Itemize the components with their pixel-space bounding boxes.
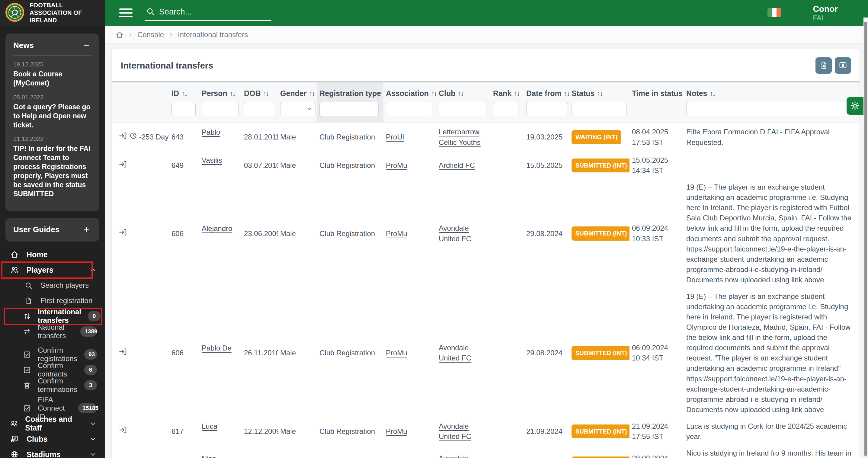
association-link[interactable]: ProMu bbox=[386, 161, 407, 170]
chevron-down-icon[interactable] bbox=[89, 451, 97, 458]
transfer-open-icon[interactable] bbox=[118, 425, 127, 437]
breadcrumb-console[interactable]: Console bbox=[137, 30, 164, 39]
sidebar-item-label: Confirm contracts bbox=[38, 361, 78, 378]
sidebar-item-fifa-connect-id[interactable]: FIFA Connect ID15185 bbox=[0, 401, 105, 416]
transfer-open-icon[interactable] bbox=[118, 347, 127, 359]
association-link[interactable]: ProUl bbox=[386, 133, 404, 141]
club-link[interactable]: Avondale United FC bbox=[439, 224, 471, 242]
cell-club: Avondale United FC bbox=[436, 179, 491, 288]
filter-input-id[interactable] bbox=[172, 102, 196, 116]
association-link[interactable]: ProMu bbox=[386, 427, 407, 435]
org-name: FOOTBALL ASSOCIATION OF IRELAND bbox=[30, 1, 93, 24]
sort-icon[interactable]: ↑↓ bbox=[564, 89, 569, 97]
cell-date-from: 18.09.2024 bbox=[524, 445, 569, 458]
sort-icon[interactable]: ↑↓ bbox=[181, 89, 187, 97]
users-icon bbox=[9, 266, 20, 274]
filter-input-datefrom[interactable] bbox=[526, 102, 568, 116]
filter-input-regtype[interactable] bbox=[319, 102, 379, 116]
sort-icon[interactable]: ↑↓ bbox=[230, 89, 235, 97]
clock-icon bbox=[129, 132, 137, 143]
transfer-open-icon[interactable] bbox=[118, 160, 127, 172]
person-link[interactable]: Pablo bbox=[202, 128, 220, 136]
person-link[interactable]: Nico bbox=[202, 454, 216, 458]
column-header-dob: DOB↑↓ bbox=[242, 82, 278, 99]
cell-dob: 03.07.2010 bbox=[242, 152, 278, 179]
sidebar-item-confirm-registrations[interactable]: Confirm registrations93 bbox=[0, 347, 105, 362]
club-link[interactable]: Ardfield FC bbox=[439, 161, 475, 170]
news-collapse-icon[interactable] bbox=[81, 40, 91, 51]
check-square-icon bbox=[23, 366, 31, 374]
news-title: News bbox=[13, 41, 34, 50]
export-excel-button[interactable] bbox=[815, 57, 832, 74]
chevron-down-icon[interactable] bbox=[89, 420, 97, 428]
cell-registration-type: Club Registration bbox=[317, 288, 383, 418]
association-link[interactable]: ProMu bbox=[386, 230, 407, 238]
person-link[interactable]: Luca bbox=[202, 422, 217, 430]
sidebar-item-national-transfers[interactable]: National transfers1389 bbox=[0, 324, 105, 339]
filter-input-association[interactable] bbox=[386, 102, 432, 116]
cell-id: 617 bbox=[169, 418, 199, 445]
sidebar-item-coaches-and-staff[interactable]: Coaches and Staff bbox=[0, 416, 105, 431]
sort-icon[interactable]: ↑↓ bbox=[514, 89, 519, 97]
sidebar-item-first-registration[interactable]: First registration bbox=[0, 293, 105, 309]
transfer-open-icon[interactable] bbox=[118, 131, 127, 143]
filter-input-notes[interactable] bbox=[686, 102, 854, 116]
filter-input-dob[interactable] bbox=[244, 102, 275, 116]
user-guides-expand-icon[interactable] bbox=[81, 225, 91, 235]
club-link[interactable]: Avondale United FC bbox=[439, 343, 471, 362]
sidebar-item-stadiums[interactable]: Stadiums bbox=[0, 447, 105, 458]
cell-rank bbox=[491, 123, 524, 152]
sort-icon[interactable]: ↑↓ bbox=[458, 89, 463, 97]
sidebar-item-players[interactable]: Players bbox=[0, 262, 105, 278]
user-name: Conor bbox=[813, 4, 838, 14]
club-link[interactable]: Letterbarrow Celtic Youths bbox=[439, 128, 480, 146]
user-menu[interactable]: Conor FAI bbox=[813, 4, 838, 22]
sort-icon[interactable]: ↑↓ bbox=[431, 89, 436, 97]
settings-gear-button[interactable] bbox=[846, 97, 864, 115]
filter-input-rank[interactable] bbox=[493, 102, 518, 116]
cell-club: Letterbarrow Celtic Youths bbox=[436, 123, 491, 152]
sort-icon[interactable]: ↑↓ bbox=[309, 89, 315, 97]
sort-icon[interactable]: ↑↓ bbox=[710, 89, 715, 97]
person-link[interactable]: Alejandro bbox=[202, 224, 232, 233]
sort-icon[interactable]: ↑↓ bbox=[263, 89, 269, 97]
cell-time-in-status: 06.09.2024 10:34 IST bbox=[629, 288, 684, 418]
news-item[interactable]: 21.12.2022TIP! In order for the FAI Conn… bbox=[13, 135, 91, 199]
sidebar-item-home[interactable]: Home bbox=[0, 247, 105, 262]
sidebar-item-search-players[interactable]: Search players bbox=[0, 278, 105, 293]
sidebar-item-international-transfers[interactable]: International transfers0 bbox=[0, 309, 105, 324]
chevron-up-icon[interactable] bbox=[89, 266, 97, 274]
association-link[interactable]: ProMu bbox=[386, 349, 407, 357]
table-row: 615Nico 02.04.2009MaleClub RegistrationP… bbox=[112, 445, 860, 458]
club-link[interactable]: Avondale United FC bbox=[439, 422, 471, 440]
sidebar-item-clubs[interactable]: Clubs bbox=[0, 431, 105, 447]
news-card: News 19.12.2025Book a Course (MyComet)05… bbox=[5, 33, 99, 211]
chevron-down-icon[interactable] bbox=[89, 435, 97, 443]
person-link[interactable]: Pablo De bbox=[202, 344, 231, 352]
global-search-input[interactable]: Search... bbox=[145, 5, 272, 21]
sidebar-item-label: Home bbox=[27, 250, 48, 259]
search-icon bbox=[23, 281, 34, 289]
news-item[interactable]: 19.12.2025Book a Course (MyComet) bbox=[13, 61, 91, 88]
news-item[interactable]: 05.01.2023Got a query? Please go to Help… bbox=[13, 94, 91, 130]
filter-input-person[interactable] bbox=[202, 102, 239, 116]
sidebar-item-confirm-contracts[interactable]: Confirm contracts6 bbox=[0, 362, 105, 378]
column-header-association: Association↑↓ bbox=[383, 82, 436, 99]
menu-hamburger-icon[interactable] bbox=[119, 6, 132, 20]
cell-rank bbox=[491, 445, 524, 458]
cell-time-in-status: 21.09.2024 17:55 IST bbox=[629, 418, 684, 445]
sort-icon[interactable]: ↑↓ bbox=[597, 89, 602, 97]
breadcrumb-home-icon[interactable] bbox=[116, 31, 123, 39]
club-link[interactable]: Avondale United FC bbox=[439, 454, 471, 458]
scrollbar-thumb[interactable] bbox=[864, 22, 867, 456]
ireland-flag-icon[interactable] bbox=[768, 8, 781, 17]
column-settings-button[interactable] bbox=[835, 57, 851, 74]
vertical-scrollbar[interactable] bbox=[864, 18, 868, 458]
filter-input-club[interactable] bbox=[439, 102, 486, 116]
transfer-open-icon[interactable] bbox=[118, 227, 127, 239]
filter-input-status[interactable] bbox=[571, 102, 626, 116]
filter-select-gender[interactable] bbox=[280, 102, 316, 116]
person-link[interactable]: Vasilis bbox=[202, 156, 222, 164]
globe-icon bbox=[9, 450, 20, 458]
sidebar-item-confirm-terminations[interactable]: Confirm terminations3 bbox=[0, 378, 105, 393]
